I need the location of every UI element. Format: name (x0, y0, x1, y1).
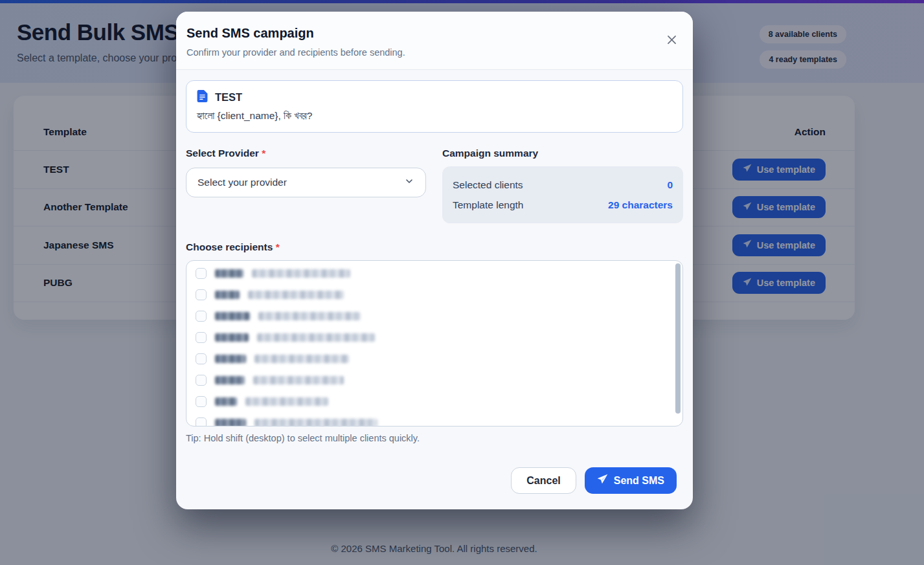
summary-label: Selected clients (453, 179, 523, 191)
recipient-row[interactable] (186, 348, 682, 370)
recipients-list[interactable] (186, 260, 683, 427)
campaign-summary-title: Campaign summary (442, 147, 683, 159)
send-icon (597, 474, 608, 487)
summary-row: Template length29 characters (453, 195, 673, 215)
recipient-checkbox[interactable] (196, 417, 207, 427)
modal-body: TEST হ্যালো {client_name}, কি খবর? Selec… (176, 70, 693, 505)
recipient-checkbox[interactable] (196, 311, 207, 322)
summary-row: Selected clients0 (453, 175, 673, 195)
required-asterisk: * (262, 148, 265, 159)
recipient-row[interactable] (186, 327, 682, 348)
send-sms-button[interactable]: Send SMS (585, 467, 677, 494)
provider-select-value: Select your provider (197, 177, 287, 188)
tip-text: Tip: Hold shift (desktop) to select mult… (186, 433, 683, 443)
recipient-row[interactable] (186, 412, 682, 427)
close-icon (666, 34, 678, 48)
recipient-checkbox[interactable] (196, 268, 207, 279)
redacted-recipient-info (248, 291, 344, 299)
recipients-label: Choose recipients * (186, 241, 683, 253)
recipient-row[interactable] (186, 263, 682, 284)
redacted-recipient-info (254, 419, 377, 427)
recipient-checkbox[interactable] (196, 375, 207, 386)
redacted-recipient-info (253, 376, 344, 384)
cancel-button[interactable]: Cancel (511, 467, 576, 494)
redacted-recipient-info (257, 333, 375, 342)
provider-summary-row: Select Provider * Select your provider C… (186, 147, 683, 223)
close-button[interactable] (660, 30, 682, 52)
recipient-checkbox[interactable] (196, 332, 207, 343)
recipient-checkbox[interactable] (196, 289, 207, 300)
modal-footer: Cancel Send SMS (186, 467, 683, 494)
modal-title: Send SMS campaign (186, 25, 654, 41)
recipients-rows (186, 263, 682, 427)
template-preview-header: TEST (197, 90, 672, 105)
redacted-recipient-info (245, 397, 328, 406)
modal-header: Send SMS campaign Confirm your provider … (176, 12, 693, 70)
send-button-label: Send SMS (614, 475, 664, 487)
document-icon (197, 90, 208, 105)
redacted-recipient-info (252, 269, 350, 278)
redacted-recipient-name (215, 355, 246, 363)
chevron-down-icon (404, 176, 414, 189)
recipient-row[interactable] (186, 284, 682, 305)
provider-label: Select Provider * (186, 147, 426, 159)
template-preview-body: হ্যালো {client_name}, কি খবর? (197, 110, 672, 122)
campaign-summary-box: Selected clients0Template length29 chara… (442, 166, 683, 223)
recipient-row[interactable] (186, 391, 682, 412)
summary-label: Template length (453, 199, 523, 211)
redacted-recipient-name (215, 269, 243, 278)
recipient-checkbox[interactable] (196, 353, 207, 364)
redacted-recipient-name (215, 291, 240, 299)
recipient-checkbox[interactable] (196, 396, 207, 407)
redacted-recipient-name (215, 419, 246, 427)
provider-select[interactable]: Select your provider (186, 168, 426, 197)
summary-value: 0 (667, 179, 673, 191)
redacted-recipient-name (215, 376, 245, 384)
provider-field: Select Provider * Select your provider (186, 147, 426, 223)
scrollbar-thumb[interactable] (675, 263, 681, 414)
modal-subtitle: Confirm your provider and recipients bef… (186, 47, 654, 58)
template-preview-box: TEST হ্যালো {client_name}, কি খবর? (186, 80, 683, 133)
recipient-row[interactable] (186, 370, 682, 391)
redacted-recipient-name (215, 312, 250, 320)
redacted-recipient-name (215, 397, 237, 406)
send-sms-modal: Send SMS campaign Confirm your provider … (176, 12, 693, 509)
required-asterisk: * (276, 241, 280, 252)
redacted-recipient-name (215, 333, 249, 342)
redacted-recipient-info (254, 355, 349, 363)
template-preview-name: TEST (215, 91, 242, 104)
summary-value: 29 characters (608, 199, 673, 211)
campaign-summary: Campaign summary Selected clients0Templa… (442, 147, 683, 223)
recipient-row[interactable] (186, 305, 682, 327)
redacted-recipient-info (258, 312, 361, 320)
